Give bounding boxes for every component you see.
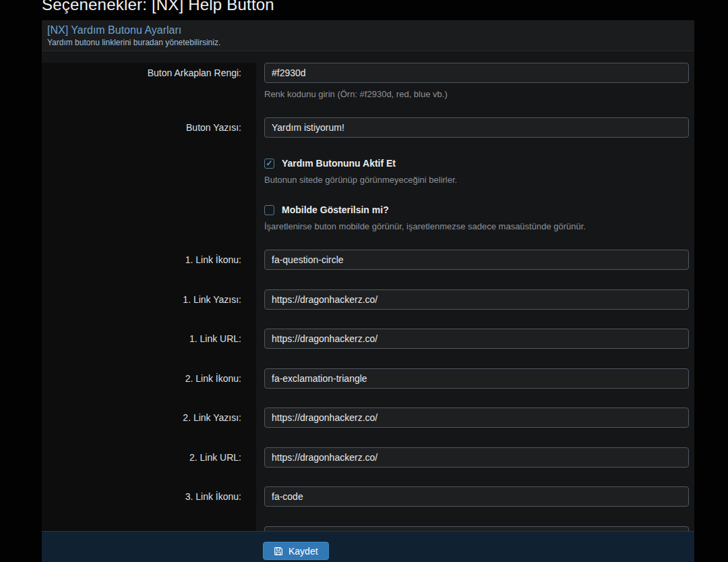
checkbox-label[interactable]: Mobilde Gösterilsin mi? [282,204,389,215]
field-label: Buton Arkaplan Rengi: [42,63,256,99]
save-button-label: Kaydet [289,546,318,557]
field-label: 2. Link Yazısı: [42,408,256,428]
field-label: Buton Yazısı: [42,117,256,138]
field-row-button-text: Buton Yazısı: [42,117,694,138]
link1-icon-input[interactable] [264,250,689,270]
field-row-link2-icon: 2. Link İkonu: [42,368,694,389]
field-label: 1. Link İkonu: [42,250,256,270]
field-row-link1-text: 1. Link Yazısı: [42,289,694,310]
floppy-disk-icon [274,546,283,556]
checkbox-label[interactable]: Yardım Butonunu Aktif Et [282,158,396,169]
card-subtitle: Yardım butonu linklerini buradan yöneteb… [47,38,694,47]
field-row-link1-icon: 1. Link İkonu: [42,250,694,270]
field-row-enable-button: ✓ Yardım Butonunu Aktif Et Butonun sited… [42,158,694,185]
settings-form: Buton Arkaplan Rengi: Renk kodunu girin … [42,63,694,531]
button-text-input[interactable] [264,117,689,138]
field-row-link3-text: 3. Link Yazısı: [42,526,694,532]
checkmark-icon: ✓ [266,159,272,167]
link1-text-input[interactable] [264,289,689,310]
link1-url-input[interactable] [264,329,689,349]
field-label: 2. Link URL: [42,447,256,468]
link2-text-input[interactable] [264,408,689,428]
field-label: 1. Link Yazısı: [42,289,256,310]
save-bar: Kaydet [42,531,694,562]
settings-card: [NX] Yardım Butonu Ayarları Yardım buton… [42,20,694,531]
field-row-show-mobile: Mobilde Gösterilsin mi? İşaretlenirse bu… [42,204,694,231]
show-mobile-checkbox[interactable] [264,205,274,215]
field-row-button-bg-color: Buton Arkaplan Rengi: Renk kodunu girin … [42,63,694,99]
page-title: Seçenenekler: [NX] Help Button [42,0,274,14]
field-label: 1. Link URL: [42,329,256,349]
field-help-text: Butonun sitede görünüp görünmeyeceğini b… [264,175,689,185]
link3-icon-input[interactable] [264,486,689,507]
field-row-link1-url: 1. Link URL: [42,329,694,349]
enable-button-checkbox[interactable]: ✓ [264,159,274,169]
card-title: [NX] Yardım Butonu Ayarları [47,24,694,36]
field-row-link3-icon: 3. Link İkonu: [42,486,694,507]
field-row-link2-url: 2. Link URL: [42,447,694,468]
link2-icon-input[interactable] [264,368,689,389]
link3-text-input[interactable] [264,526,689,532]
save-button[interactable]: Kaydet [263,542,329,560]
button-bg-color-input[interactable] [264,63,689,83]
field-label: 2. Link İkonu: [42,368,256,389]
card-header: [NX] Yardım Butonu Ayarları Yardım buton… [42,20,694,51]
field-help-text: Renk kodunu girin (Örn: #f2930d, red, bl… [264,89,689,99]
field-label: 3. Link Yazısı: [42,526,256,532]
field-row-link2-text: 2. Link Yazısı: [42,408,694,428]
link2-url-input[interactable] [264,447,689,468]
field-help-text: İşaretlenirse buton mobilde görünür, işa… [264,221,689,231]
field-label: 3. Link İkonu: [42,486,256,507]
